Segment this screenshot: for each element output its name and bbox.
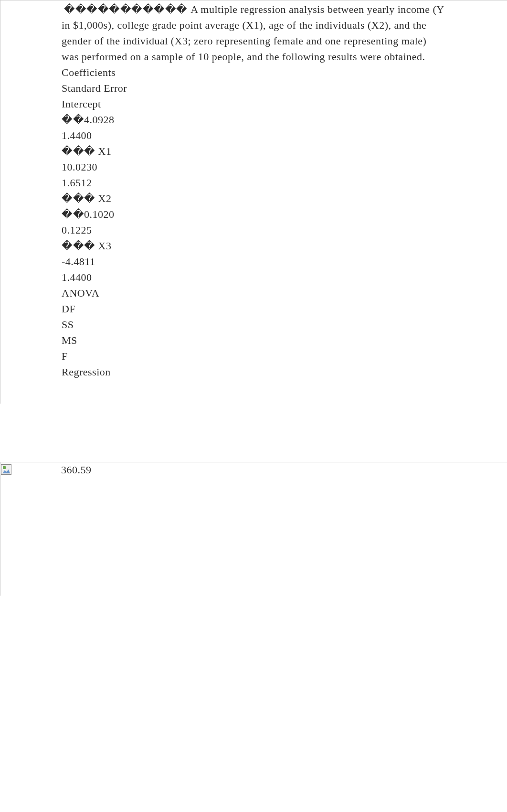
value-intercept-se: 1.4400 <box>62 128 446 143</box>
label-ss: SS <box>62 317 446 332</box>
value-x2-se: 0.1225 <box>62 222 446 238</box>
content-frame: ����������� A multiple regression analys… <box>0 0 507 404</box>
value-x3-coef: -4.4811 <box>62 254 446 269</box>
label-anova: ANOVA <box>62 285 446 301</box>
label-intercept: Intercept <box>62 96 446 112</box>
label-x1: ��� X1 <box>62 143 446 159</box>
label-f: F <box>62 348 446 364</box>
value-x3-se: 1.4400 <box>62 269 446 285</box>
value-x1-coef: 10.0230 <box>62 159 446 175</box>
text-block: ����������� A multiple regression analys… <box>0 1 507 380</box>
value-intercept-coef: ��4.0928 <box>62 112 446 128</box>
value-x1-se: 1.6512 <box>62 175 446 191</box>
label-x2: ��� X2 <box>62 191 446 206</box>
label-regression: Regression <box>62 364 446 380</box>
second-frame <box>0 462 507 596</box>
mojibake-prefix: ����������� <box>64 3 190 15</box>
label-x3: ��� X3 <box>62 238 446 254</box>
label-ms: MS <box>62 332 446 348</box>
label-standard-error: Standard Error <box>62 80 446 96</box>
label-coefficients: Coefficients <box>62 64 446 80</box>
value-regression-ss: 360.59 <box>61 462 92 478</box>
broken-image-icon <box>1 464 11 475</box>
value-x2-coef: ��0.1020 <box>62 206 446 222</box>
label-df: DF <box>62 301 446 317</box>
intro-paragraph: ����������� A multiple regression analys… <box>62 1 446 64</box>
